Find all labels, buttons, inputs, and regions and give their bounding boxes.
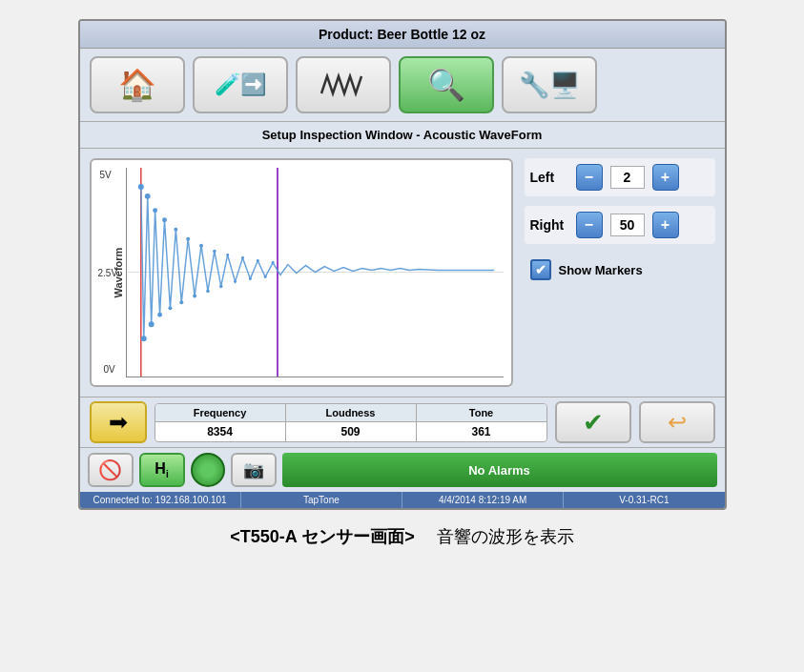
svg-point-23 bbox=[240, 256, 243, 259]
stats-header: Frequency Loudness Tone bbox=[155, 404, 546, 422]
right-panel: Left − 2 + Right − 50 + ✔ Show Markers bbox=[525, 158, 715, 387]
caption-text: 音響の波形を表示 bbox=[420, 527, 574, 546]
show-markers-label: Show Markers bbox=[559, 263, 643, 277]
green-circle-button[interactable] bbox=[191, 453, 225, 487]
left-plus-button[interactable]: + bbox=[652, 164, 679, 191]
frequency-header: Frequency bbox=[155, 404, 286, 421]
alarm-status: No Alarms bbox=[282, 453, 717, 487]
svg-point-21 bbox=[226, 254, 229, 256]
y-label-0v: 0V bbox=[104, 364, 115, 375]
forward-arrow-button[interactable]: ➡ bbox=[90, 401, 147, 443]
right-label: Right bbox=[530, 217, 568, 233]
bottom-toolbar: 🚫 Hi 📷 No Alarms bbox=[80, 447, 725, 492]
left-control-row: Left − 2 + bbox=[525, 158, 715, 196]
stats-table: Frequency Loudness Tone 8354 509 361 bbox=[155, 403, 547, 442]
app-name: TapTone bbox=[241, 492, 402, 508]
nav-waveform[interactable] bbox=[296, 56, 391, 113]
datetime: 4/4/2014 8:12:19 AM bbox=[402, 492, 564, 508]
right-control-row: Right − 50 + bbox=[525, 206, 715, 244]
svg-point-10 bbox=[157, 313, 162, 317]
svg-point-7 bbox=[144, 193, 150, 199]
svg-point-27 bbox=[271, 261, 274, 264]
svg-point-16 bbox=[193, 294, 196, 297]
nav-home[interactable]: 🏠 bbox=[90, 56, 185, 113]
undo-button[interactable]: ↩ bbox=[639, 401, 715, 443]
svg-point-13 bbox=[174, 228, 177, 232]
chart-inner: 5V 2.5V 0V bbox=[126, 168, 504, 377]
loudness-header: Loudness bbox=[286, 404, 417, 421]
undo-icon: ↩ bbox=[668, 409, 687, 436]
svg-point-24 bbox=[248, 277, 251, 280]
svg-point-17 bbox=[199, 244, 203, 248]
svg-point-18 bbox=[206, 290, 210, 294]
h-button[interactable]: Hi bbox=[139, 453, 185, 487]
right-minus-button[interactable]: − bbox=[576, 212, 603, 238]
y-label-2-5v: 2.5V bbox=[98, 267, 118, 277]
chart-area: Waveform 5V 2.5V 0V bbox=[90, 158, 513, 387]
camera-button[interactable]: 📷 bbox=[231, 453, 277, 487]
version: V-0.31-RC1 bbox=[564, 492, 724, 508]
svg-point-11 bbox=[162, 217, 167, 222]
svg-point-12 bbox=[168, 306, 172, 310]
nav-product[interactable]: 🧪➡️ bbox=[193, 56, 288, 113]
caption-prefix: <T550-A センサー画面> bbox=[230, 527, 414, 546]
show-markers-checkbox[interactable]: ✔ bbox=[530, 259, 551, 280]
svg-point-9 bbox=[153, 208, 157, 213]
svg-rect-0 bbox=[320, 67, 367, 103]
delete-icon: 🚫 bbox=[98, 458, 122, 481]
svg-point-25 bbox=[256, 259, 258, 262]
svg-point-26 bbox=[263, 275, 266, 278]
svg-point-19 bbox=[213, 250, 216, 254]
main-content: Waveform 5V 2.5V 0V bbox=[80, 149, 725, 397]
delete-button[interactable]: 🚫 bbox=[88, 453, 134, 487]
confirm-button[interactable]: ✔ bbox=[555, 401, 631, 443]
right-plus-button[interactable]: + bbox=[652, 212, 679, 238]
right-value: 50 bbox=[610, 214, 645, 236]
left-label: Left bbox=[530, 170, 568, 185]
svg-point-20 bbox=[218, 285, 222, 289]
status-footer: Connected to: 192.168.100.101 TapTone 4/… bbox=[80, 492, 725, 508]
nav-settings[interactable]: 🔧🖥️ bbox=[502, 56, 597, 113]
connected-status: Connected to: 192.168.100.101 bbox=[80, 492, 241, 508]
frequency-value: 8354 bbox=[155, 422, 286, 441]
svg-point-14 bbox=[179, 300, 183, 304]
waveform-svg bbox=[127, 168, 504, 377]
app-container: Product: Beer Bottle 12 oz 🏠 🧪➡️ 🔍 🔧🖥️ S… bbox=[78, 19, 727, 510]
title-bar: Product: Beer Bottle 12 oz bbox=[80, 21, 725, 49]
svg-point-6 bbox=[140, 336, 146, 341]
camera-icon: 📷 bbox=[243, 459, 264, 480]
product-title: Product: Beer Bottle 12 oz bbox=[319, 27, 485, 42]
caption: <T550-A センサー画面> 音響の波形を表示 bbox=[230, 525, 573, 548]
svg-point-8 bbox=[148, 321, 154, 327]
y-label-5v: 5V bbox=[100, 170, 112, 180]
tone-value: 361 bbox=[417, 422, 546, 441]
show-markers-row: ✔ Show Markers bbox=[525, 254, 715, 286]
check-icon: ✔ bbox=[583, 408, 604, 438]
stats-values: 8354 509 361 bbox=[155, 422, 546, 441]
stats-bar: ➡ Frequency Loudness Tone 8354 509 361 ✔… bbox=[80, 397, 725, 447]
loudness-value: 509 bbox=[286, 422, 417, 441]
action-buttons: ✔ ↩ bbox=[555, 401, 715, 443]
left-value: 2 bbox=[610, 166, 645, 189]
left-minus-button[interactable]: − bbox=[576, 164, 603, 191]
svg-point-5 bbox=[137, 184, 143, 190]
nav-bar: 🏠 🧪➡️ 🔍 🔧🖥️ bbox=[80, 49, 725, 122]
nav-inspect[interactable]: 🔍 bbox=[399, 56, 494, 113]
svg-point-22 bbox=[234, 280, 237, 283]
section-title: Setup Inspection Window - Acoustic WaveF… bbox=[80, 122, 725, 149]
h-icon: Hi bbox=[155, 460, 168, 479]
svg-point-15 bbox=[186, 237, 190, 241]
tone-header: Tone bbox=[417, 404, 546, 421]
